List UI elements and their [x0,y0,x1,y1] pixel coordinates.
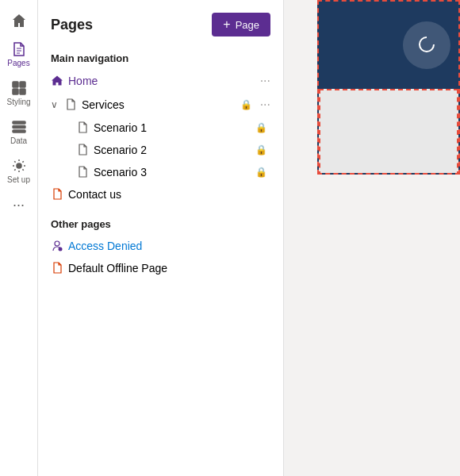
add-page-button[interactable]: + Page [212,13,270,36]
access-denied-page-name: Access Denied [68,240,270,252]
home-more-icon[interactable]: ··· [260,74,270,88]
nav-item-contactus[interactable]: Contact us [38,183,283,205]
scenario2-lock-icon: 🔒 [255,144,267,155]
pages-header: Pages + Page [38,0,283,46]
contactus-page-icon [51,188,63,201]
scenario3-page-name: Scenario 3 [94,166,251,178]
svg-point-7 [17,163,21,168]
scenario1-page-name: Scenario 1 [94,121,251,134]
svg-rect-1 [20,82,25,87]
home-page-icon [51,75,63,87]
svg-rect-4 [13,121,25,124]
svg-rect-0 [13,82,18,87]
sidebar-styling-label: Styling [6,98,30,106]
svg-rect-2 [13,89,18,94]
other-pages-label: Other pages [38,212,283,235]
services-page-icon [64,98,77,111]
services-more-icon[interactable]: ··· [260,98,270,112]
scenario3-lock-icon: 🔒 [255,167,267,178]
canvas-preview-bottom [319,89,458,175]
contactus-page-name: Contact us [68,188,270,201]
canvas-preview-icon [415,33,439,57]
sidebar-item-data[interactable]: Data [2,113,36,148]
services-lock-icon: 🔒 [240,99,252,110]
access-denied-page-icon [51,240,63,252]
sidebar-item-setup[interactable]: Set up [2,152,36,187]
nav-item-services[interactable]: ∨ Services 🔒 ··· [38,93,283,117]
nav-item-home[interactable]: Home ··· [38,69,283,93]
default-offline-page-icon [51,262,63,274]
sidebar-item-styling[interactable]: Styling [2,74,36,109]
sidebar-item-home[interactable] [2,6,36,32]
scenario2-page-name: Scenario 2 [94,144,251,156]
add-page-label: Page [236,19,259,31]
svg-rect-5 [13,126,25,129]
more-dots-icon: ··· [13,197,25,213]
scenario2-page-icon [76,144,89,156]
canvas-preview [317,0,460,175]
svg-rect-3 [20,89,25,94]
svg-point-9 [59,248,63,251]
svg-point-8 [55,241,59,246]
add-page-plus-icon: + [223,17,230,32]
svg-rect-6 [13,130,25,132]
canvas-preview-circle [403,21,450,69]
nav-item-access-denied[interactable]: Access Denied [38,235,283,257]
services-expand-icon[interactable]: ∨ [51,99,58,110]
canvas-preview-top [319,2,458,89]
services-page-name: Services [82,98,236,111]
canvas-area: Move to "Other pages" Move down [284,0,460,476]
sidebar-data-label: Data [10,136,27,145]
pages-title: Pages [51,17,93,33]
scenario1-page-icon [76,121,89,134]
home-page-name: Home [68,75,255,87]
sidebar-item-more[interactable]: ··· [2,190,36,217]
pages-panel: Pages + Page Main navigation Home ··· ∨ … [38,0,284,476]
nav-item-default-offline[interactable]: Default Offline Page [38,257,283,279]
nav-item-scenario1[interactable]: Scenario 1 🔒 [38,117,283,139]
sidebar-item-pages[interactable]: Pages [2,35,36,71]
main-nav-label: Main navigation [38,46,283,69]
sidebar-pages-label: Pages [7,59,29,67]
default-offline-page-name: Default Offline Page [68,262,270,274]
scenario1-lock-icon: 🔒 [255,122,267,133]
icon-sidebar: Pages Styling Data Set up ··· [0,0,38,476]
scenario3-page-icon [76,166,89,178]
nav-item-scenario2[interactable]: Scenario 2 🔒 [38,139,283,161]
nav-item-scenario3[interactable]: Scenario 3 🔒 [38,161,283,183]
sidebar-setup-label: Set up [7,175,30,184]
